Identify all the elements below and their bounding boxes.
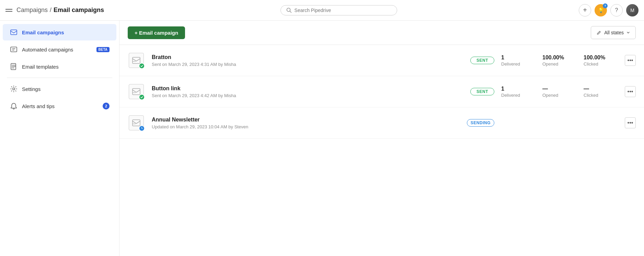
breadcrumb-parent[interactable]: Campaigns [16,7,48,14]
avatar[interactable]: M [626,4,639,16]
email-campaigns-icon [10,28,18,36]
breadcrumb-separator: / [50,7,51,14]
sidebar-item-label: Email campaigns [22,30,110,35]
opened-label: Opened [542,61,577,67]
sidebar: Email campaigns Automated campaigns BETA… [0,21,119,256]
clicked-value: 100.00% [584,55,618,61]
delivered-label: Delivered [501,93,536,98]
sidebar-item-label: Automated campaigns [22,47,91,53]
campaign-stat-opened: 100.00% Opened [542,55,577,67]
campaign-meta: Sent on March 29, 2023 4:31 AM by Misha [152,62,463,67]
campaign-status-badge: SENT [470,88,494,95]
sidebar-item-email-campaigns[interactable]: Email campaigns [3,24,116,40]
all-states-button[interactable]: All states [591,26,636,39]
campaign-list: Bratton Sent on March 29, 2023 4:31 AM b… [119,45,644,139]
svg-rect-6 [133,57,140,63]
sidebar-item-automated-campaigns[interactable]: Automated campaigns BETA [3,41,116,58]
svg-rect-2 [11,30,17,35]
campaign-name: Bratton [152,54,463,60]
campaign-status-badge: SENT [470,57,494,64]
campaign-more-button[interactable]: ••• [625,117,636,128]
pencil-icon [597,30,601,35]
main-header: + Email campaign All states [119,21,644,45]
table-row: Button link Sent on March 29, 2023 4:42 … [119,76,644,107]
delivered-label: Delivered [501,61,536,67]
clicked-label: Clicked [584,93,618,98]
table-row: Bratton Sent on March 29, 2023 4:31 AM b… [119,45,644,76]
layout: Email campaigns Automated campaigns BETA… [0,21,644,256]
opened-value: — [542,86,577,92]
svg-point-5 [13,88,15,90]
campaign-meta: Sent on March 29, 2023 4:42 AM by Misha [152,93,463,98]
email-templates-icon [10,62,18,71]
alerts-badge: 2 [103,103,110,109]
campaign-info: Annual Newsletter Updated on March 29, 2… [152,117,460,129]
opened-label: Opened [542,93,577,98]
settings-icon [10,85,18,93]
campaign-meta: Updated on March 29, 2023 10:04 AM by St… [152,124,460,129]
campaign-stat-clicked: — Clicked [584,86,618,98]
breadcrumb-current: Email campaigns [54,7,104,14]
alerts-icon [10,102,18,110]
avatar-initials: M [626,4,639,16]
nav-actions: + 💡 ? ? M [579,4,639,16]
sidebar-item-settings[interactable]: Settings [3,81,116,97]
breadcrumb: Campaigns / Email campaigns [16,7,104,14]
campaign-stat-clicked: 100.00% Clicked [584,55,618,67]
delivered-count: 1 [501,86,536,92]
campaign-name: Annual Newsletter [152,117,460,123]
campaign-info: Bratton Sent on March 29, 2023 4:31 AM b… [152,54,463,67]
sidebar-item-alerts-and-tips[interactable]: Alerts and tips 2 [3,98,116,114]
search-input[interactable] [295,8,391,13]
add-campaign-button[interactable]: + Email campaign [128,26,185,39]
tips-button[interactable]: 💡 ? [595,4,607,16]
clicked-value: — [584,86,618,92]
all-states-label: All states [604,30,624,35]
global-add-button[interactable]: + [579,4,591,16]
status-dot-sent [139,63,145,69]
svg-rect-8 [133,89,140,95]
add-campaign-label: + Email campaign [135,30,178,36]
campaign-stat-delivered: 1 Delivered [501,55,536,67]
main-content: + Email campaign All states [119,21,644,256]
sidebar-divider [7,78,112,78]
table-row: Annual Newsletter Updated on March 29, 2… [119,107,644,139]
tips-badge: ? [603,3,608,8]
sidebar-item-email-templates[interactable]: Email templates [3,58,116,75]
automated-campaigns-icon [10,45,18,54]
menu-icon[interactable] [5,9,12,12]
status-dot-sent [139,94,145,100]
beta-badge: BETA [96,47,110,52]
top-nav: Campaigns / Email campaigns + 💡 ? ? M [0,0,644,21]
campaign-icon-wrap [128,52,145,69]
svg-rect-3 [11,47,17,52]
sidebar-item-label: Email templates [22,64,110,70]
campaign-status-badge: SENDING [467,119,494,127]
svg-line-1 [290,11,291,12]
campaign-stat-delivered: 1 Delivered [501,86,536,98]
search-bar[interactable] [280,5,397,15]
campaign-stat-opened: — Opened [542,86,577,98]
campaign-info: Button link Sent on March 29, 2023 4:42 … [152,85,463,98]
delivered-count: 1 [501,55,536,61]
search-icon [286,8,292,13]
clicked-label: Clicked [584,61,618,67]
campaign-more-button[interactable]: ••• [625,86,636,97]
opened-value: 100.00% [542,55,577,61]
status-dot-sending [139,125,145,131]
help-button[interactable]: ? [610,4,623,16]
campaign-icon-wrap [128,83,145,100]
campaign-icon-wrap [128,114,145,131]
chevron-down-icon [626,31,630,34]
sidebar-item-label: Alerts and tips [22,103,99,109]
sidebar-item-label: Settings [22,86,110,92]
campaign-name: Button link [152,85,463,92]
campaign-more-button[interactable]: ••• [625,55,636,66]
svg-rect-10 [133,120,140,126]
